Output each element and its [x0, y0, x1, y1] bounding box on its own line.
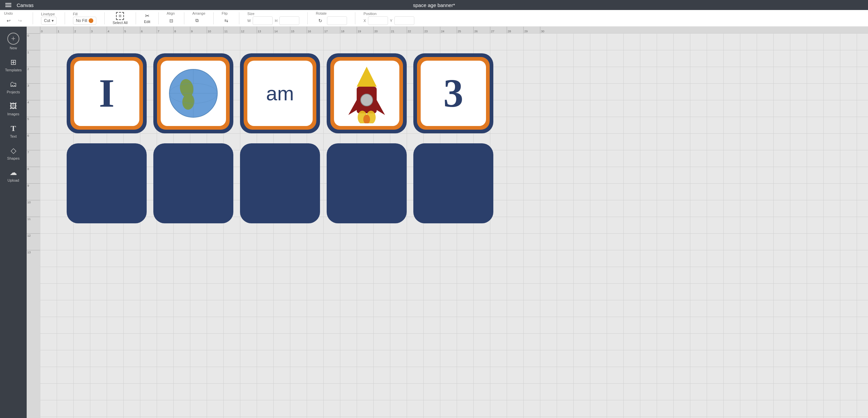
sidebar-item-text-label: Text [10, 134, 17, 138]
fill-select[interactable]: No Fill [73, 17, 96, 25]
sidebar-item-templates-label: Templates [5, 68, 22, 72]
ruler-h-13: 13 [257, 27, 273, 33]
ruler-h-30: 30 [540, 27, 557, 33]
linetype-label: Linetype [41, 12, 55, 16]
topbar: Canvas space age banner* [0, 0, 868, 10]
canvas-content[interactable]: I [40, 33, 868, 418]
tile-row-top: I [67, 53, 493, 133]
divider-7 [213, 12, 214, 24]
sidebar-item-new[interactable]: + New [1, 29, 25, 53]
position-group: Position X Y [363, 12, 414, 25]
linetype-select[interactable]: Cut ▾ [41, 17, 57, 25]
ruler-h-marks: 0 1 2 3 4 5 6 7 8 9 10 11 12 13 14 15 16… [40, 27, 868, 33]
ruler-h-29: 29 [523, 27, 540, 33]
sidebar-item-upload[interactable]: ☁ Upload [1, 165, 25, 186]
ruler-h-26: 26 [473, 27, 490, 33]
divider-10 [355, 12, 355, 24]
size-group: Size W H [247, 12, 299, 25]
ruler-v-4: 4 [27, 100, 40, 117]
undo-button[interactable]: ↩ [4, 16, 13, 25]
edit-button[interactable]: ✂ Edit [144, 13, 150, 24]
rotate-button[interactable]: ↻ [316, 16, 325, 25]
rocket-svg [342, 63, 392, 123]
tile-letter-i[interactable]: I [67, 53, 147, 133]
divider-8 [239, 12, 239, 24]
ruler-v-5: 5 [27, 117, 40, 133]
ruler-v-9: 9 [27, 183, 40, 200]
btile-4[interactable] [327, 143, 407, 223]
tile-number-3[interactable]: 3 [413, 53, 493, 133]
toolbar: Undo ↩ ↪ Linetype Cut ▾ Fill No Fill ⊞ [0, 10, 868, 27]
rotate-input[interactable] [327, 16, 347, 25]
align-button[interactable]: ⊟ [167, 16, 176, 25]
tile-content-3: 3 [443, 70, 463, 116]
linetype-group: Linetype Cut ▾ [41, 12, 57, 25]
arrange-group: Arrange ⧉ [192, 11, 205, 25]
tile-orange-1: I [70, 57, 143, 130]
menu-button[interactable] [5, 3, 11, 7]
svg-marker-9 [348, 100, 356, 115]
rotate-group: Rotate ↻ [316, 11, 347, 25]
undo-group: Undo ↩ ↪ [4, 11, 25, 25]
divider-5 [158, 12, 159, 24]
linetype-chevron-icon: ▾ [52, 18, 54, 23]
text-icon: T [11, 124, 16, 133]
ruler-h-24: 24 [440, 27, 457, 33]
upload-icon: ☁ [10, 168, 17, 177]
btile-3[interactable] [240, 143, 320, 223]
ruler-h-15: 15 [290, 27, 307, 33]
tile-inner-2 [161, 61, 226, 126]
sidebar-item-shapes[interactable]: ◇ Shapes [1, 143, 25, 164]
app-title: Canvas [17, 2, 34, 8]
redo-button[interactable]: ↪ [16, 16, 25, 25]
sidebar-item-images[interactable]: 🖼 Images [1, 99, 25, 119]
ruler-h-5: 5 [123, 27, 140, 33]
sidebar-item-text[interactable]: T Text [1, 121, 25, 142]
ruler-v-7: 7 [27, 150, 40, 167]
ruler-v-6: 6 [27, 133, 40, 150]
ruler-h-2: 2 [73, 27, 90, 33]
ruler-h-0: 0 [40, 27, 57, 33]
tile-inner-5: 3 [421, 61, 486, 126]
size-h-input[interactable] [279, 16, 299, 25]
linetype-value: Cut [44, 18, 50, 23]
fill-value: No Fill [76, 18, 87, 23]
divider-3 [104, 12, 105, 24]
select-all-icon: ⊞ [116, 12, 124, 20]
tile-row-bottom [67, 143, 493, 223]
btile-2[interactable] [153, 143, 233, 223]
fill-color-dot [89, 18, 93, 23]
ruler-vertical: 0 1 2 3 4 5 6 7 8 9 10 11 12 13 [27, 33, 40, 418]
sidebar-item-templates[interactable]: ⊞ Templates [1, 55, 25, 75]
shapes-icon: ◇ [11, 146, 16, 155]
ruler-h-1: 1 [57, 27, 73, 33]
ruler-h-9: 9 [190, 27, 207, 33]
ruler-horizontal: 0 1 2 3 4 5 6 7 8 9 10 11 12 13 14 15 16… [40, 27, 868, 33]
flip-button[interactable]: ⇆ [222, 16, 231, 25]
position-x-label: X [363, 19, 366, 23]
tile-globe[interactable] [153, 53, 233, 133]
size-w-input[interactable] [253, 16, 273, 25]
sidebar-item-projects[interactable]: 🗂 Projects [1, 77, 25, 97]
ruler-v-13: 13 [27, 250, 40, 267]
sidebar-item-new-label: New [10, 46, 17, 50]
tile-content-am: am [266, 82, 294, 105]
canvas-area[interactable]: 0 1 2 3 4 5 6 7 8 9 10 11 12 13 14 15 16… [27, 27, 868, 418]
new-icon: + [7, 33, 19, 45]
sidebar-item-shapes-label: Shapes [7, 156, 19, 160]
ruler-h-23: 23 [423, 27, 440, 33]
position-y-input[interactable] [394, 16, 414, 25]
btile-1[interactable] [67, 143, 147, 223]
arrange-button[interactable]: ⧉ [192, 16, 202, 25]
divider-9 [307, 12, 308, 24]
ruler-h-14: 14 [273, 27, 290, 33]
ruler-v-12: 12 [27, 233, 40, 250]
select-all-button[interactable]: ⊞ Select All [113, 12, 128, 25]
ruler-h-11: 11 [223, 27, 240, 33]
ruler-v-11: 11 [27, 217, 40, 233]
position-x-input[interactable] [368, 16, 388, 25]
tile-rocket[interactable] [327, 53, 407, 133]
btile-5[interactable] [413, 143, 493, 223]
tile-am[interactable]: am [240, 53, 320, 133]
ruler-corner [27, 27, 40, 33]
